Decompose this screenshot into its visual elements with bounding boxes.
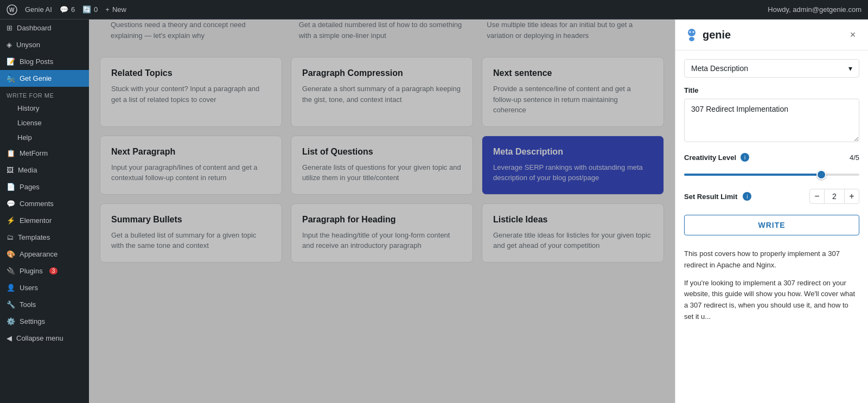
result-limit-row: Set Result Limit i − 2 + bbox=[684, 189, 859, 204]
sidebar-item-users[interactable]: 👤 Users bbox=[0, 279, 89, 296]
pages-icon: 📄 bbox=[7, 183, 15, 191]
partial-top-left: Questions need a theory and concept need… bbox=[100, 20, 288, 46]
card-title-list-of-questions: List of Questions bbox=[302, 147, 462, 157]
template-type-dropdown[interactable]: Meta Description ▾ bbox=[684, 59, 859, 78]
sidebar-item-settings[interactable]: ⚙️ Settings bbox=[0, 313, 89, 330]
svg-point-5 bbox=[693, 31, 694, 33]
sidebar-item-appearance[interactable]: 🎨 Appearance bbox=[0, 246, 89, 263]
genie-panel-icon bbox=[684, 27, 699, 42]
chevron-down-icon: ▾ bbox=[848, 64, 852, 73]
sidebar-item-help[interactable]: Help bbox=[0, 130, 89, 145]
settings-label: Settings bbox=[20, 317, 45, 325]
card-desc-summary-bullets: Get a bulleted list of summary for a giv… bbox=[111, 230, 271, 251]
title-field-label: Title bbox=[684, 86, 859, 94]
creativity-info-icon[interactable]: i bbox=[741, 153, 749, 162]
dashboard-label: Dashboard bbox=[17, 24, 52, 32]
partial-top-right: Use multiple title ideas for an initial … bbox=[476, 20, 664, 46]
card-next-sentence[interactable]: Next sentence Provide a sentence/line of… bbox=[482, 57, 664, 127]
genie-ai-label: Genie AI bbox=[25, 5, 52, 14]
right-panel: genie × Meta Description ▾ Title 307 Red… bbox=[675, 20, 868, 403]
main-content: Questions need a theory and concept need… bbox=[89, 20, 675, 403]
sidebar-item-license[interactable]: License bbox=[0, 116, 89, 130]
sidebar-item-comments[interactable]: 💬 Comments bbox=[0, 195, 89, 212]
templates-icon: 🗂 bbox=[7, 233, 14, 241]
stepper-decrease-button[interactable]: − bbox=[809, 189, 825, 204]
card-title-next-paragraph: Next Paragraph bbox=[111, 147, 271, 157]
updates-link[interactable]: 🔄 0 bbox=[82, 5, 98, 14]
card-summary-bullets[interactable]: Summary Bullets Get a bulleted list of s… bbox=[100, 203, 282, 263]
sidebar-item-metform[interactable]: 📋 MetForm bbox=[0, 145, 89, 162]
card-desc-related-topics: Stuck with your content? Input a paragra… bbox=[111, 84, 271, 105]
creativity-label: Creativity Level bbox=[684, 153, 736, 162]
panel-logo: genie bbox=[684, 27, 731, 42]
sidebar-item-tools[interactable]: 🔧 Tools bbox=[0, 296, 89, 313]
howdy-text: Howdy, admin@getgenie.com bbox=[768, 5, 861, 14]
result-paragraph: This post covers how to properly impleme… bbox=[684, 248, 859, 271]
result-limit-stepper: − 2 + bbox=[809, 189, 859, 204]
user-info: Howdy, admin@getgenie.com bbox=[768, 5, 861, 14]
bubble-icon: 💬 bbox=[60, 5, 68, 14]
card-next-paragraph[interactable]: Next Paragraph Input your paragraph/line… bbox=[100, 136, 282, 195]
result-text-area: This post covers how to properly impleme… bbox=[684, 244, 859, 323]
cards-area: Related Topics Stuck with your content? … bbox=[89, 46, 675, 273]
sidebar-item-media[interactable]: 🖼 Media bbox=[0, 162, 89, 178]
settings-icon: ⚙️ bbox=[7, 317, 15, 325]
comments-sidebar-icon: 💬 bbox=[7, 200, 15, 208]
card-list-of-questions[interactable]: List of Questions Generate lists of ques… bbox=[291, 136, 473, 195]
card-title-next-sentence: Next sentence bbox=[493, 68, 653, 78]
creativity-value: 4/5 bbox=[850, 153, 859, 162]
appearance-icon: 🎨 bbox=[7, 250, 15, 258]
card-title-meta-description: Meta Description bbox=[493, 147, 653, 157]
templates-label: Templates bbox=[18, 233, 50, 241]
pages-label: Pages bbox=[20, 183, 40, 191]
collapse-label: Collapse menu bbox=[16, 334, 63, 342]
card-paragraph-for-heading[interactable]: Paragraph for Heading Input the heading/… bbox=[291, 203, 473, 263]
card-paragraph-compression[interactable]: Paragraph Compression Generate a short s… bbox=[291, 57, 473, 127]
sidebar-item-history[interactable]: History bbox=[0, 101, 89, 116]
appearance-label: Appearance bbox=[20, 250, 58, 258]
new-link[interactable]: + New bbox=[105, 5, 126, 14]
creativity-row: Creativity Level i 4/5 bbox=[684, 153, 859, 162]
sidebar-item-dashboard[interactable]: ⊞ Dashboard bbox=[0, 20, 89, 36]
title-input[interactable]: 307 Redirect Implementation bbox=[684, 99, 859, 142]
result-limit-info-icon[interactable]: i bbox=[743, 192, 751, 201]
plugins-badge: 3 bbox=[49, 267, 58, 274]
new-label: New bbox=[112, 5, 126, 14]
wp-logo-link[interactable]: W bbox=[7, 4, 17, 15]
card-related-topics[interactable]: Related Topics Stuck with your content? … bbox=[100, 57, 282, 127]
card-desc-next-sentence: Provide a sentence/line of content and g… bbox=[493, 84, 653, 116]
card-listicle-ideas[interactable]: Listicle Ideas Generate title ideas for … bbox=[482, 203, 664, 263]
sidebar-item-collapse[interactable]: ◀ Collapse menu bbox=[0, 330, 89, 347]
media-icon: 🖼 bbox=[7, 166, 14, 174]
sidebar-item-plugins[interactable]: 🔌 Plugins 3 bbox=[0, 263, 89, 279]
partial-top-middle: Get a detailed numbered list of how to d… bbox=[288, 20, 476, 46]
svg-point-4 bbox=[690, 31, 691, 33]
card-title-listicle-ideas: Listicle Ideas bbox=[493, 215, 653, 225]
users-icon: 👤 bbox=[7, 284, 15, 292]
creativity-slider-container bbox=[684, 166, 859, 180]
write-button[interactable]: WRITE bbox=[684, 215, 859, 235]
sidebar-item-blog-posts[interactable]: 📝 Blog Posts bbox=[0, 53, 89, 70]
plus-icon: + bbox=[105, 5, 110, 14]
card-desc-paragraph-compression: Generate a short summary of a paragraph … bbox=[302, 84, 462, 105]
sidebar-item-unyson[interactable]: ◈ Unyson bbox=[0, 36, 89, 53]
cards-grid: Related Topics Stuck with your content? … bbox=[100, 57, 664, 263]
help-label: Help bbox=[17, 133, 32, 142]
panel-close-button[interactable]: × bbox=[846, 28, 859, 41]
admin-bar-left: W Genie AI 💬 6 🔄 0 + New bbox=[7, 4, 126, 15]
comments-link[interactable]: 💬 6 bbox=[60, 5, 75, 14]
unyson-label: Unyson bbox=[16, 41, 40, 49]
get-genie-label: Get Genie bbox=[20, 74, 52, 82]
site-name[interactable]: Genie AI bbox=[25, 5, 52, 14]
sidebar-item-templates[interactable]: 🗂 Templates bbox=[0, 229, 89, 246]
panel-body: Meta Description ▾ Title 307 Redirect Im… bbox=[675, 50, 868, 403]
history-label: History bbox=[17, 104, 39, 112]
sidebar-item-get-genie[interactable]: 🧞 Get Genie bbox=[0, 70, 89, 87]
creativity-slider[interactable] bbox=[684, 174, 859, 176]
card-meta-description[interactable]: Meta Description Leverage SERP rankings … bbox=[482, 136, 664, 195]
sidebar-item-elementor[interactable]: ⚡ Elementor bbox=[0, 212, 89, 229]
sidebar-item-pages[interactable]: 📄 Pages bbox=[0, 178, 89, 195]
result-limit-label: Set Result Limit bbox=[684, 193, 737, 201]
stepper-increase-button[interactable]: + bbox=[844, 189, 859, 204]
card-desc-next-paragraph: Input your paragraph/lines of content an… bbox=[111, 162, 271, 183]
